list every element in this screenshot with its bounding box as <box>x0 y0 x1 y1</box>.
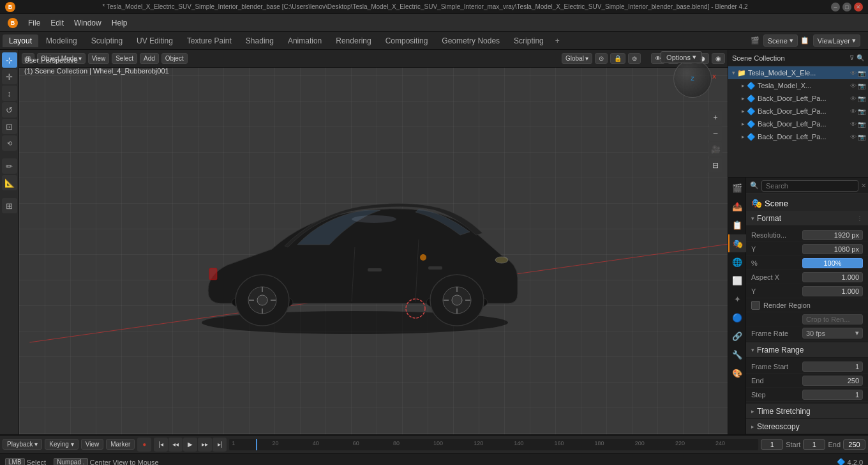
tool-scale[interactable]: ⊡ <box>2 119 17 134</box>
tool-annotate[interactable]: ✏ <box>2 158 17 174</box>
vp-toggle-camera-btn[interactable]: 🎥 <box>708 142 722 156</box>
tl-record-btn[interactable]: ● <box>137 438 151 452</box>
menu-edit[interactable]: Edit <box>45 17 69 29</box>
tab-geometry-nodes[interactable]: Geometry Nodes <box>435 34 506 47</box>
tab-modeling[interactable]: Modeling <box>40 34 84 47</box>
close-button[interactable]: ✕ <box>854 3 863 11</box>
vis-render-4[interactable]: 📷 <box>858 121 865 128</box>
menu-help[interactable]: Help <box>107 17 133 29</box>
prop-tab-world[interactable]: 🌐 <box>728 253 746 271</box>
tl-jump-end[interactable]: ▸▸ <box>198 438 212 452</box>
prop-tab-material[interactable]: 🎨 <box>728 364 746 382</box>
tab-sculpting[interactable]: Sculpting <box>85 34 129 47</box>
vis-eye-4[interactable]: 👁 <box>850 121 857 128</box>
format-section-header[interactable]: ▾ Format ⋮ <box>746 211 868 226</box>
resolution-y-value[interactable]: 1080 px <box>802 244 863 254</box>
time-stretching-header[interactable]: ▸ Time Stretching <box>746 404 868 419</box>
add-workspace-button[interactable]: + <box>551 34 564 47</box>
vp-transform-orient[interactable]: Global ▾ <box>562 53 592 64</box>
percent-value[interactable]: 100% <box>802 258 863 268</box>
vp-proportional[interactable]: ⊚ <box>628 53 641 64</box>
vis-eye-3[interactable]: 👁 <box>850 108 857 115</box>
tool-cursor[interactable]: ✛ <box>2 69 17 84</box>
outliner-item-2[interactable]: ▸ 🔷 Back_Door_Left_Pa... 👁 📷 <box>728 92 868 105</box>
prop-tab-view-layer[interactable]: 📋 <box>728 216 746 234</box>
tool-move[interactable]: ↕ <box>2 86 17 101</box>
vp-pivot[interactable]: ⊙ <box>595 53 608 64</box>
tab-layout[interactable]: Layout <box>3 34 38 47</box>
tab-rendering[interactable]: Rendering <box>329 34 377 47</box>
vp-grid-btn[interactable]: ⊟ <box>708 158 722 172</box>
aspect-x-value[interactable]: 1.000 <box>802 272 863 282</box>
vis-render-1[interactable]: 📷 <box>858 82 865 89</box>
minimize-button[interactable]: – <box>831 3 840 11</box>
vis-eye[interactable]: 👁 <box>850 70 857 77</box>
end-value[interactable]: 250 <box>802 376 863 386</box>
vp-snap-toggle[interactable]: 🔒 <box>610 53 625 64</box>
maximize-button[interactable]: □ <box>842 3 851 11</box>
vis-render-2[interactable]: 📷 <box>858 95 865 102</box>
tool-add-cube[interactable]: ⊞ <box>2 198 17 213</box>
vis-eye-2[interactable]: 👁 <box>850 95 857 102</box>
tl-prev-keyframe[interactable]: |◂ <box>154 438 168 452</box>
tl-next-keyframe[interactable]: ▸| <box>213 438 227 452</box>
prop-tab-particles[interactable]: ✦ <box>728 290 746 308</box>
tl-play-btn[interactable]: ▶ <box>183 438 197 452</box>
format-menu-icon[interactable]: ⋮ <box>857 215 863 222</box>
frame-range-header[interactable]: ▾ Frame Range <box>746 342 868 358</box>
outliner-item-4[interactable]: ▸ 🔷 Back_Door_Left_Pa... 👁 📷 <box>728 118 868 130</box>
tab-texture-paint[interactable]: Texture Paint <box>181 34 238 47</box>
scene-selector[interactable]: Scene ▾ <box>763 34 798 47</box>
prop-search-clear[interactable]: ✕ <box>861 182 866 189</box>
frame-start-value[interactable]: 1 <box>802 362 863 372</box>
vis-render-3[interactable]: 📷 <box>858 108 865 115</box>
outliner-item-5[interactable]: ▸ 🔷 Back_Door_Left_Pa... 👁 📷 <box>728 130 868 143</box>
vis-render-5[interactable]: 📷 <box>858 133 865 141</box>
step-value[interactable]: 1 <box>802 390 863 400</box>
tab-animation[interactable]: Animation <box>281 34 328 47</box>
tl-marker-btn[interactable]: Marker <box>106 439 135 450</box>
vis-render[interactable]: 📷 <box>858 70 865 77</box>
tl-start-frame[interactable]: 1 <box>803 439 825 450</box>
render-region-checkbox[interactable] <box>751 301 760 310</box>
tab-uv-editing[interactable]: UV Editing <box>130 34 179 47</box>
tl-view-btn[interactable]: View <box>81 439 104 450</box>
frame-rate-value[interactable]: 30 fps ▾ <box>802 328 863 339</box>
crop-value[interactable]: Crop to Ren... <box>802 314 863 324</box>
vis-eye-1[interactable]: 👁 <box>850 82 857 89</box>
tool-select[interactable]: ⊹ <box>2 52 17 68</box>
tool-rotate[interactable]: ↺ <box>2 102 17 118</box>
prop-tab-physics[interactable]: 🔵 <box>728 309 746 326</box>
prop-tab-render[interactable]: 🎬 <box>728 179 746 197</box>
stereoscopy-header[interactable]: ▸ Stereoscopy <box>746 419 868 434</box>
vp-zoom-in-btn[interactable]: + <box>708 111 722 125</box>
menu-window[interactable]: Window <box>69 17 107 29</box>
tl-keying-btn[interactable]: Keying ▾ <box>45 439 78 450</box>
outliner-item-1[interactable]: ▸ 🔷 Tesla_Model_X... 👁 📷 <box>728 79 868 92</box>
tl-end-frame[interactable]: 250 <box>843 439 865 450</box>
tool-measure[interactable]: 📐 <box>2 175 17 190</box>
tab-shading[interactable]: Shading <box>239 34 280 47</box>
timeline-track[interactable]: 1 20 40 60 80 100 120 140 160 180 200 22… <box>229 439 758 450</box>
nav-circle[interactable]: Z <box>673 59 712 98</box>
vp-zoom-out-btn[interactable]: – <box>708 126 722 141</box>
options-btn[interactable]: Options ▾ <box>661 51 702 63</box>
outliner-item-3[interactable]: ▸ 🔷 Back_Door_Left_Pa... 👁 📷 <box>728 105 868 118</box>
outliner-item-root[interactable]: ▾ 📁 Tesla_Model_X_Ele... 👁 📷 <box>728 66 868 79</box>
viewport[interactable]: ⊞ Object Mode ▾ View Select Add Object G… <box>19 50 728 434</box>
prop-tab-modifier[interactable]: 🔧 <box>728 346 746 363</box>
menu-blender[interactable]: B <box>3 17 23 29</box>
vis-eye-5[interactable]: 👁 <box>850 133 857 141</box>
tl-jump-start[interactable]: ◂◂ <box>168 438 183 452</box>
viewport-nav-gizmo[interactable]: Z X Y <box>670 56 721 107</box>
prop-tab-object[interactable]: ⬜ <box>728 271 746 289</box>
tl-playback-btn[interactable]: Playback ▾ <box>3 439 42 450</box>
menu-file[interactable]: File <box>23 17 45 29</box>
resolution-x-value[interactable]: 1920 px <box>802 230 863 240</box>
aspect-y-value[interactable]: 1.000 <box>802 286 863 296</box>
tab-compositing[interactable]: Compositing <box>379 34 435 47</box>
tab-scripting[interactable]: Scripting <box>507 34 550 47</box>
tool-transform[interactable]: ⟲ <box>2 135 17 151</box>
prop-tab-output[interactable]: 📤 <box>728 197 746 215</box>
tl-current-frame[interactable]: 1 <box>761 439 783 450</box>
